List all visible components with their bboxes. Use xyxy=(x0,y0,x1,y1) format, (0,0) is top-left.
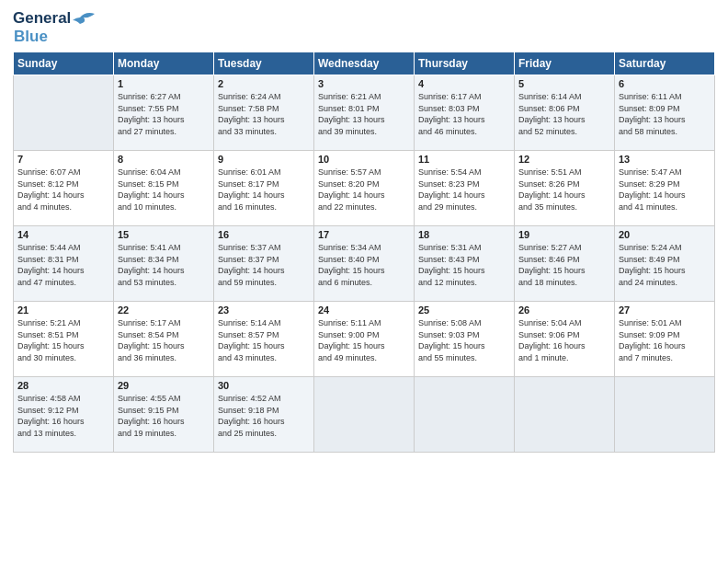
day-number: 29 xyxy=(118,380,210,391)
calendar-cell: 28Sunrise: 4:58 AM Sunset: 9:12 PM Dayli… xyxy=(14,377,114,453)
day-number: 13 xyxy=(619,154,711,165)
calendar-cell: 8Sunrise: 6:04 AM Sunset: 8:15 PM Daylig… xyxy=(114,151,214,226)
cell-sun-info: Sunrise: 5:44 AM Sunset: 8:31 PM Dayligh… xyxy=(17,242,109,288)
calendar-cell: 2Sunrise: 6:24 AM Sunset: 7:58 PM Daylig… xyxy=(214,75,314,151)
cell-sun-info: Sunrise: 6:27 AM Sunset: 7:55 PM Dayligh… xyxy=(118,91,210,137)
calendar-cell: 20Sunrise: 5:24 AM Sunset: 8:49 PM Dayli… xyxy=(615,226,715,302)
calendar-cell: 18Sunrise: 5:31 AM Sunset: 8:43 PM Dayli… xyxy=(415,226,515,302)
cell-sun-info: Sunrise: 5:04 AM Sunset: 9:06 PM Dayligh… xyxy=(518,317,610,363)
cell-sun-info: Sunrise: 6:17 AM Sunset: 8:03 PM Dayligh… xyxy=(418,91,510,137)
calendar-cell: 11Sunrise: 5:54 AM Sunset: 8:23 PM Dayli… xyxy=(415,151,515,226)
day-number: 17 xyxy=(318,229,410,240)
calendar-cell: 29Sunrise: 4:55 AM Sunset: 9:15 PM Dayli… xyxy=(114,377,214,453)
cell-sun-info: Sunrise: 5:11 AM Sunset: 9:00 PM Dayligh… xyxy=(318,317,410,363)
calendar-cell: 19Sunrise: 5:27 AM Sunset: 8:46 PM Dayli… xyxy=(515,226,615,302)
day-number: 15 xyxy=(118,229,210,240)
week-row-2: 7Sunrise: 6:07 AM Sunset: 8:12 PM Daylig… xyxy=(14,151,715,226)
header-day-friday: Friday xyxy=(515,52,615,75)
header-day-thursday: Thursday xyxy=(415,52,515,75)
cell-sun-info: Sunrise: 5:37 AM Sunset: 8:37 PM Dayligh… xyxy=(218,242,310,288)
calendar-cell: 23Sunrise: 5:14 AM Sunset: 8:57 PM Dayli… xyxy=(214,302,314,377)
week-row-4: 21Sunrise: 5:21 AM Sunset: 8:51 PM Dayli… xyxy=(14,302,715,377)
calendar-cell: 25Sunrise: 5:08 AM Sunset: 9:03 PM Dayli… xyxy=(415,302,515,377)
calendar-cell: 15Sunrise: 5:41 AM Sunset: 8:34 PM Dayli… xyxy=(114,226,214,302)
cell-sun-info: Sunrise: 5:47 AM Sunset: 8:29 PM Dayligh… xyxy=(619,167,711,213)
header-day-monday: Monday xyxy=(114,52,214,75)
cell-sun-info: Sunrise: 6:04 AM Sunset: 8:15 PM Dayligh… xyxy=(118,167,210,213)
week-row-5: 28Sunrise: 4:58 AM Sunset: 9:12 PM Dayli… xyxy=(14,377,715,453)
day-number: 19 xyxy=(518,229,610,240)
day-number: 18 xyxy=(418,229,510,240)
day-number: 24 xyxy=(318,304,410,316)
cell-sun-info: Sunrise: 4:58 AM Sunset: 9:12 PM Dayligh… xyxy=(17,393,109,439)
cell-sun-info: Sunrise: 5:08 AM Sunset: 9:03 PM Dayligh… xyxy=(418,317,510,363)
day-number: 25 xyxy=(418,304,510,316)
day-number: 5 xyxy=(518,78,610,89)
page: General Blue SundayMondayTuesdayWednesda… xyxy=(0,0,728,462)
calendar-table: SundayMondayTuesdayWednesdayThursdayFrid… xyxy=(13,52,715,453)
day-number: 1 xyxy=(118,78,210,89)
cell-sun-info: Sunrise: 5:21 AM Sunset: 8:51 PM Dayligh… xyxy=(17,317,109,363)
header-row: SundayMondayTuesdayWednesdayThursdayFrid… xyxy=(14,52,715,75)
cell-sun-info: Sunrise: 6:21 AM Sunset: 8:01 PM Dayligh… xyxy=(318,91,410,137)
calendar-cell xyxy=(314,377,415,453)
day-number: 2 xyxy=(218,78,310,89)
day-number: 28 xyxy=(17,380,109,391)
cell-sun-info: Sunrise: 5:27 AM Sunset: 8:46 PM Dayligh… xyxy=(518,242,610,288)
day-number: 21 xyxy=(17,304,109,316)
day-number: 30 xyxy=(218,380,310,391)
cell-sun-info: Sunrise: 6:14 AM Sunset: 8:06 PM Dayligh… xyxy=(518,91,610,137)
calendar-cell: 21Sunrise: 5:21 AM Sunset: 8:51 PM Dayli… xyxy=(14,302,114,377)
week-row-3: 14Sunrise: 5:44 AM Sunset: 8:31 PM Dayli… xyxy=(14,226,715,302)
calendar-cell: 17Sunrise: 5:34 AM Sunset: 8:40 PM Dayli… xyxy=(314,226,415,302)
calendar-cell xyxy=(14,75,114,151)
day-number: 8 xyxy=(118,154,210,165)
cell-sun-info: Sunrise: 5:57 AM Sunset: 8:20 PM Dayligh… xyxy=(318,167,410,213)
calendar-cell: 26Sunrise: 5:04 AM Sunset: 9:06 PM Dayli… xyxy=(515,302,615,377)
cell-sun-info: Sunrise: 5:24 AM Sunset: 8:49 PM Dayligh… xyxy=(619,242,711,288)
calendar-cell: 30Sunrise: 4:52 AM Sunset: 9:18 PM Dayli… xyxy=(214,377,314,453)
day-number: 3 xyxy=(318,78,410,89)
day-number: 20 xyxy=(619,229,711,240)
calendar-cell xyxy=(515,377,615,453)
logo-bird-icon xyxy=(73,11,95,24)
header: General Blue xyxy=(13,9,715,46)
cell-sun-info: Sunrise: 5:54 AM Sunset: 8:23 PM Dayligh… xyxy=(418,167,510,213)
header-day-wednesday: Wednesday xyxy=(314,52,415,75)
calendar-cell: 6Sunrise: 6:11 AM Sunset: 8:09 PM Daylig… xyxy=(615,75,715,151)
day-number: 7 xyxy=(17,154,109,165)
calendar-cell: 5Sunrise: 6:14 AM Sunset: 8:06 PM Daylig… xyxy=(515,75,615,151)
calendar-cell: 4Sunrise: 6:17 AM Sunset: 8:03 PM Daylig… xyxy=(415,75,515,151)
cell-sun-info: Sunrise: 5:41 AM Sunset: 8:34 PM Dayligh… xyxy=(118,242,210,288)
week-row-1: 1Sunrise: 6:27 AM Sunset: 7:55 PM Daylig… xyxy=(14,75,715,151)
cell-sun-info: Sunrise: 5:31 AM Sunset: 8:43 PM Dayligh… xyxy=(418,242,510,288)
day-number: 23 xyxy=(218,304,310,316)
day-number: 16 xyxy=(218,229,310,240)
logo-blue: Blue xyxy=(13,28,48,46)
cell-sun-info: Sunrise: 4:52 AM Sunset: 9:18 PM Dayligh… xyxy=(218,393,310,439)
calendar-cell: 9Sunrise: 6:01 AM Sunset: 8:17 PM Daylig… xyxy=(214,151,314,226)
calendar-cell: 3Sunrise: 6:21 AM Sunset: 8:01 PM Daylig… xyxy=(314,75,415,151)
day-number: 14 xyxy=(17,229,109,240)
header-day-tuesday: Tuesday xyxy=(214,52,314,75)
cell-sun-info: Sunrise: 5:51 AM Sunset: 8:26 PM Dayligh… xyxy=(518,167,610,213)
calendar-cell: 10Sunrise: 5:57 AM Sunset: 8:20 PM Dayli… xyxy=(314,151,415,226)
cell-sun-info: Sunrise: 6:11 AM Sunset: 8:09 PM Dayligh… xyxy=(619,91,711,137)
day-number: 26 xyxy=(518,304,610,316)
calendar-cell: 24Sunrise: 5:11 AM Sunset: 9:00 PM Dayli… xyxy=(314,302,415,377)
day-number: 11 xyxy=(418,154,510,165)
day-number: 4 xyxy=(418,78,510,89)
day-number: 9 xyxy=(218,154,310,165)
calendar-cell: 13Sunrise: 5:47 AM Sunset: 8:29 PM Dayli… xyxy=(615,151,715,226)
day-number: 10 xyxy=(318,154,410,165)
cell-sun-info: Sunrise: 5:01 AM Sunset: 9:09 PM Dayligh… xyxy=(619,317,711,363)
calendar-cell: 12Sunrise: 5:51 AM Sunset: 8:26 PM Dayli… xyxy=(515,151,615,226)
cell-sun-info: Sunrise: 6:01 AM Sunset: 8:17 PM Dayligh… xyxy=(218,167,310,213)
cell-sun-info: Sunrise: 4:55 AM Sunset: 9:15 PM Dayligh… xyxy=(118,393,210,439)
calendar-cell: 16Sunrise: 5:37 AM Sunset: 8:37 PM Dayli… xyxy=(214,226,314,302)
cell-sun-info: Sunrise: 5:17 AM Sunset: 8:54 PM Dayligh… xyxy=(118,317,210,363)
logo-general: General xyxy=(13,9,71,28)
day-number: 12 xyxy=(518,154,610,165)
day-number: 27 xyxy=(619,304,711,316)
calendar-cell: 27Sunrise: 5:01 AM Sunset: 9:09 PM Dayli… xyxy=(615,302,715,377)
